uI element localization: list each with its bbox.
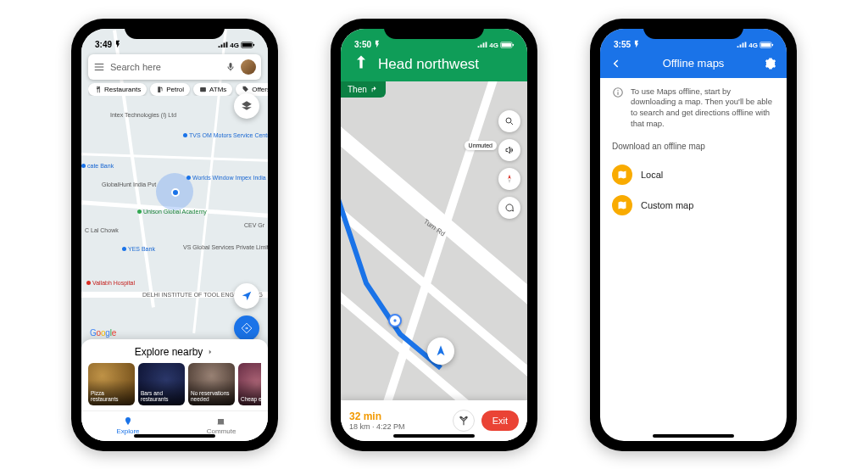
status-network: 4G — [230, 42, 239, 49]
google-logo: Google — [90, 328, 116, 338]
svg-rect-1 — [242, 43, 252, 47]
offline-title: Offline maps — [600, 57, 787, 70]
search-icon — [504, 116, 515, 126]
screen-2: Turn Rd Head northwest Then 3:50 4G Unmu… — [341, 29, 527, 441]
directions-icon — [241, 322, 253, 334]
nav-route-options-button[interactable] — [453, 410, 475, 432]
svg-rect-12 — [761, 43, 771, 47]
svg-rect-2 — [253, 44, 254, 47]
destination-pin[interactable] — [388, 314, 402, 327]
current-location-dot — [171, 188, 180, 197]
explore-cards[interactable]: Pizza restaurants Bars and restaurants N… — [88, 363, 261, 405]
nav-report-button[interactable] — [498, 197, 520, 219]
nav-direction-text: Head northwest — [378, 56, 479, 73]
notch — [125, 19, 225, 39]
offline-info-row: To use Maps offline, start by downloadin… — [612, 87, 775, 130]
explore-title-row[interactable]: Explore nearby — [88, 346, 261, 358]
poi-cate[interactable]: cate Bank — [81, 163, 114, 170]
svg-point-8 — [506, 118, 511, 123]
home-indicator[interactable] — [134, 434, 215, 438]
my-location-button[interactable] — [234, 283, 259, 309]
layers-icon — [241, 100, 253, 112]
pin-icon — [123, 416, 133, 427]
svg-rect-7 — [513, 44, 514, 47]
poi-cev[interactable]: CEV Gr — [244, 222, 264, 229]
search-input[interactable]: Search here — [110, 62, 220, 72]
chip-atms[interactable]: ATMs — [193, 83, 232, 96]
directions-button[interactable] — [234, 315, 259, 341]
card-cheap[interactable]: Cheap ea — [238, 363, 261, 405]
search-bar[interactable]: Search here — [88, 54, 261, 80]
poi-intex[interactable]: Intex Technologies (I) Ltd — [110, 112, 176, 119]
offline-option-local[interactable]: Local — [612, 159, 775, 190]
fuel-icon — [156, 86, 164, 93]
map-badge-icon — [612, 195, 632, 215]
phone-3: Offline maps 3:55 4G To use Maps offline… — [590, 19, 797, 451]
phone-2: Turn Rd Head northwest Then 3:50 4G Unmu… — [331, 19, 537, 451]
nav-duration: 32 min — [349, 410, 405, 422]
speech-bubble-icon — [504, 203, 515, 213]
poi-globalhunt[interactable]: GlobalHunt India Pvt — [102, 181, 156, 188]
explore-bottom-sheet[interactable]: Explore nearby Pizza restaurants Bars an… — [81, 339, 268, 441]
nav-current-position — [427, 338, 454, 365]
poi-worlds[interactable]: Worlds Window Impex India Pvt Ltd — [186, 175, 268, 181]
turn-left-icon — [370, 85, 379, 93]
card-pizza[interactable]: Pizza restaurants — [88, 363, 135, 405]
nav-trip-info: 32 min 18 km · 4:22 PM — [349, 410, 405, 431]
next-step-chip[interactable]: Then — [341, 81, 386, 98]
poi-yes[interactable]: YES Bank — [122, 246, 155, 253]
poi-vs[interactable]: VS Global Services Private Limited — [183, 244, 268, 251]
poi-vallabh[interactable]: Vallabh Hospital — [86, 280, 135, 287]
notch — [384, 19, 484, 39]
poi-tvs[interactable]: TVS OM Motors Service Centre — [183, 132, 268, 139]
svg-point-10 — [465, 416, 467, 417]
status-time: 3:50 — [354, 40, 371, 49]
home-indicator[interactable] — [653, 434, 734, 438]
offline-info-text: To use Maps offline, start by downloadin… — [631, 87, 775, 130]
hamburger-icon[interactable] — [93, 61, 105, 73]
arrow-up-icon — [353, 51, 370, 73]
tag-icon — [242, 86, 249, 93]
atm-icon — [199, 86, 207, 93]
volume-icon — [504, 145, 515, 155]
phone-1: Hanuman Mandir Intex Technologies (I) Lt… — [71, 19, 278, 451]
svg-point-9 — [459, 416, 461, 417]
status-network: 4G — [489, 42, 498, 49]
unmuted-tooltip: Unmuted — [465, 141, 497, 150]
svg-rect-6 — [502, 43, 511, 47]
notch — [643, 19, 743, 39]
nav-compass-button[interactable] — [498, 168, 520, 190]
card-no-reservations[interactable]: No reservations needed — [188, 363, 235, 405]
screen-1: Hanuman Mandir Intex Technologies (I) Lt… — [81, 29, 268, 441]
svg-rect-13 — [772, 44, 773, 47]
info-icon — [612, 87, 624, 98]
nav-distance-eta: 18 km · 4:22 PM — [349, 422, 405, 431]
poi-lal[interactable]: C Lal Chowk — [85, 227, 119, 234]
mic-icon[interactable] — [225, 61, 236, 73]
chip-offers[interactable]: Offers — [236, 83, 268, 96]
svg-rect-3 — [200, 87, 206, 91]
nav-volume-button[interactable] — [498, 139, 520, 161]
nav-exit-button[interactable]: Exit — [481, 410, 519, 431]
nav-arrow-icon — [433, 343, 448, 359]
status-time: 3:49 — [95, 40, 112, 49]
commute-icon — [216, 416, 226, 427]
poi-unison[interactable]: Unison Global Academy — [137, 209, 207, 215]
nav-search-button[interactable] — [498, 110, 520, 132]
svg-point-4 — [393, 319, 396, 321]
offline-option-custom[interactable]: Custom map — [612, 190, 775, 221]
layers-button[interactable] — [234, 93, 259, 119]
home-indicator[interactable] — [393, 434, 475, 438]
status-network: 4G — [748, 42, 758, 49]
compass-icon — [504, 173, 515, 185]
chip-petrol[interactable]: Petrol — [150, 83, 190, 96]
svg-rect-16 — [617, 92, 618, 95]
fork-knife-icon — [94, 86, 102, 93]
chip-restaurants[interactable]: Restaurants — [88, 83, 147, 96]
offline-content: To use Maps offline, start by downloadin… — [600, 78, 787, 441]
card-bars[interactable]: Bars and restaurants — [138, 363, 185, 405]
fork-icon — [458, 415, 470, 427]
status-time: 3:55 — [614, 40, 631, 49]
profile-avatar[interactable] — [241, 59, 256, 75]
map-badge-icon — [612, 165, 632, 185]
